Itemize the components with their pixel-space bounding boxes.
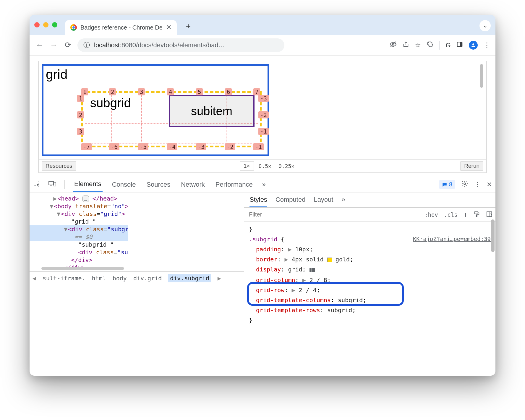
computed-panel-icon[interactable] xyxy=(483,211,495,219)
breadcrumb-item[interactable]: html xyxy=(92,275,106,282)
breadcrumb-item[interactable]: div.grid xyxy=(133,275,162,282)
breadcrumb-item[interactable]: sult-iframe. xyxy=(43,275,85,282)
dom-tree[interactable]: ▶<head> … </head> ▼<body translate="no">… xyxy=(30,193,128,271)
track-label: 7 xyxy=(253,88,260,95)
selected-dom-node: ▼<div class="subgrid"> subgrid xyxy=(30,225,128,233)
svg-rect-16 xyxy=(313,268,315,270)
grid-glyph-icon[interactable] xyxy=(310,265,315,275)
viewport-scrollbar[interactable] xyxy=(480,64,483,88)
device-toggle-icon[interactable] xyxy=(48,180,56,189)
page-viewport: grid subgrid subitem xyxy=(30,56,495,176)
subitem-box: subitem xyxy=(169,95,255,127)
track-label: -2 xyxy=(225,143,235,150)
resources-button[interactable]: Resources xyxy=(42,161,76,171)
browser-window: Badges reference - Chrome De ✕ + ⌄ ← → ⟳… xyxy=(30,15,495,376)
grid-label: grid xyxy=(46,67,265,82)
url-text: localhost:8080/docs/devtools/elements/ba… xyxy=(94,41,225,49)
eye-off-icon[interactable] xyxy=(390,41,397,50)
track-label: -4 xyxy=(167,143,177,150)
bc-right-icon[interactable]: ▶ xyxy=(218,275,221,282)
source-link[interactable]: KKrajpZ?ani…pe=embed:39 xyxy=(413,234,491,244)
new-style-rule-icon[interactable]: + xyxy=(461,211,471,219)
zoom-1x[interactable]: 1× xyxy=(240,161,254,171)
zoom-05x[interactable]: 0.5× xyxy=(256,162,274,170)
side-panel-icon[interactable] xyxy=(456,41,463,49)
track-label: 1 xyxy=(77,95,84,102)
tab-styles[interactable]: Styles xyxy=(249,196,267,207)
tab-elements[interactable]: Elements xyxy=(73,177,103,192)
close-window-icon[interactable] xyxy=(34,22,40,27)
browser-tab[interactable]: Badges reference - Chrome De ✕ xyxy=(65,20,177,35)
tab-sources[interactable]: Sources xyxy=(145,177,171,192)
track-label: 3 xyxy=(138,88,145,95)
tab-performance[interactable]: Performance xyxy=(214,177,254,192)
reload-button[interactable]: ⟳ xyxy=(63,40,73,50)
track-label: -1 xyxy=(258,128,269,135)
svg-point-4 xyxy=(472,43,474,45)
track-label: 3 xyxy=(77,128,84,135)
breadcrumb-item[interactable]: div.subgrid xyxy=(168,274,211,282)
svg-rect-15 xyxy=(311,268,313,270)
tab-computed[interactable]: Computed xyxy=(276,196,306,207)
feedback-badge[interactable]: 8 xyxy=(439,180,455,189)
google-icon[interactable]: G xyxy=(445,41,451,49)
breadcrumb-item[interactable]: body xyxy=(113,275,127,282)
profile-avatar-icon[interactable] xyxy=(469,41,478,50)
track-label: -3 xyxy=(258,95,269,102)
new-tab-button[interactable]: + xyxy=(183,21,194,32)
svg-rect-18 xyxy=(311,270,313,272)
site-info-icon[interactable]: ⓘ xyxy=(83,41,90,50)
css-rules[interactable]: } .subgrid {KKrajpZ?ani…pe=embed:39 padd… xyxy=(244,222,495,328)
svg-rect-11 xyxy=(476,215,477,217)
back-button[interactable]: ← xyxy=(35,40,44,50)
tab-console[interactable]: Console xyxy=(111,177,137,192)
tab-layout[interactable]: Layout xyxy=(314,196,333,207)
content-area: grid subgrid subitem xyxy=(30,56,495,376)
minimize-window-icon[interactable] xyxy=(43,22,48,27)
cls-toggle[interactable]: .cls xyxy=(441,211,461,218)
tabs-dropdown-button[interactable]: ⌄ xyxy=(479,20,491,31)
track-label: -7 xyxy=(81,143,92,150)
inspect-icon[interactable] xyxy=(33,180,40,189)
devtools-tabs: Elements Console Sources Network Perform… xyxy=(30,176,495,193)
zoom-025x[interactable]: 0.25× xyxy=(276,162,297,170)
more-tabs-button[interactable]: » xyxy=(262,181,266,188)
svg-rect-6 xyxy=(49,181,54,185)
bc-left-icon[interactable]: ◀ xyxy=(33,275,36,282)
address-bar[interactable]: ⓘ localhost:8080/docs/devtools/elements/… xyxy=(77,38,284,52)
toolbar-separator xyxy=(439,41,440,50)
paint-icon[interactable] xyxy=(471,211,483,219)
styles-filter-input[interactable] xyxy=(244,211,422,218)
track-label: -2 xyxy=(258,111,269,118)
maximize-window-icon[interactable] xyxy=(52,22,57,27)
menu-icon[interactable]: ⋮ xyxy=(484,41,490,49)
close-devtools-icon[interactable]: ✕ xyxy=(487,181,492,188)
demo-frame: grid subgrid subitem xyxy=(38,61,487,159)
track-label: 4 xyxy=(167,88,174,95)
dom-scrollbar[interactable] xyxy=(41,267,124,270)
tab-title: Badges reference - Chrome De xyxy=(80,24,163,31)
devtools-body: ▶<head> … </head> ▼<body translate="no">… xyxy=(30,193,495,376)
rerun-button[interactable]: Rerun xyxy=(460,161,483,171)
demo-toolbar: Resources 1× 0.5× 0.25× Rerun xyxy=(38,159,487,173)
bookmark-star-icon[interactable]: ☆ xyxy=(415,41,421,49)
svg-rect-17 xyxy=(310,270,311,272)
tab-network[interactable]: Network xyxy=(180,177,206,192)
track-label: -1 xyxy=(253,143,264,150)
subgrid-label: subgrid xyxy=(90,96,131,110)
styles-panel: Styles Computed Layout » :hov .cls + xyxy=(244,193,495,376)
settings-icon[interactable] xyxy=(461,180,468,189)
devtools-menu-icon[interactable]: ⋮ xyxy=(474,181,481,188)
hov-toggle[interactable]: :hov xyxy=(422,211,441,218)
more-styles-tabs[interactable]: » xyxy=(341,196,345,207)
extensions-icon[interactable] xyxy=(427,41,433,49)
subgrid-container: subgrid subitem 1 2 3 4 5 6 7 1 xyxy=(81,91,262,147)
close-tab-icon[interactable]: ✕ xyxy=(166,24,171,31)
share-icon[interactable] xyxy=(403,41,409,49)
forward-button[interactable]: → xyxy=(49,40,59,50)
toolbar-actions: ☆ G ⋮ xyxy=(390,41,490,50)
track-label: 1 xyxy=(81,88,88,95)
svg-rect-3 xyxy=(460,42,462,46)
tab-strip: Badges reference - Chrome De ✕ + ⌄ xyxy=(30,15,495,35)
track-label: -6 xyxy=(109,143,119,150)
